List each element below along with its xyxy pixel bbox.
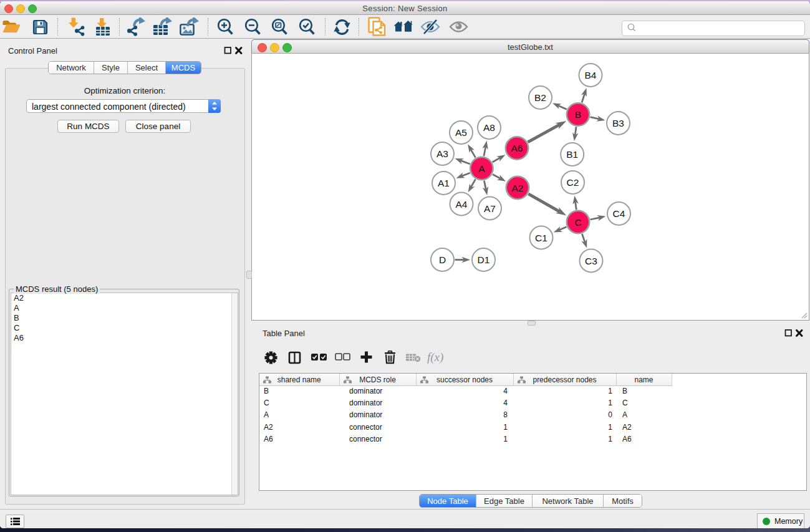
- svg-text:A6: A6: [511, 143, 523, 153]
- svg-text:B1: B1: [566, 149, 578, 160]
- svg-text:C4: C4: [613, 208, 625, 219]
- svg-text:A1: A1: [438, 178, 450, 188]
- svg-text:C1: C1: [535, 233, 547, 243]
- svg-text:A7: A7: [484, 203, 496, 214]
- svg-text:D: D: [439, 254, 446, 265]
- svg-text:B3: B3: [612, 118, 624, 128]
- svg-text:B4: B4: [585, 70, 597, 80]
- svg-text:A2: A2: [512, 183, 524, 193]
- svg-text:A: A: [478, 163, 485, 174]
- svg-text:A5: A5: [455, 127, 467, 138]
- svg-text:A8: A8: [483, 122, 495, 133]
- svg-text:C3: C3: [585, 256, 597, 266]
- svg-text:C: C: [574, 217, 581, 228]
- svg-text:B: B: [575, 109, 581, 120]
- svg-text:A4: A4: [456, 199, 468, 210]
- svg-text:B2: B2: [534, 92, 546, 103]
- svg-text:D1: D1: [478, 254, 490, 265]
- svg-text:A3: A3: [436, 148, 448, 159]
- svg-text:C2: C2: [567, 177, 579, 188]
